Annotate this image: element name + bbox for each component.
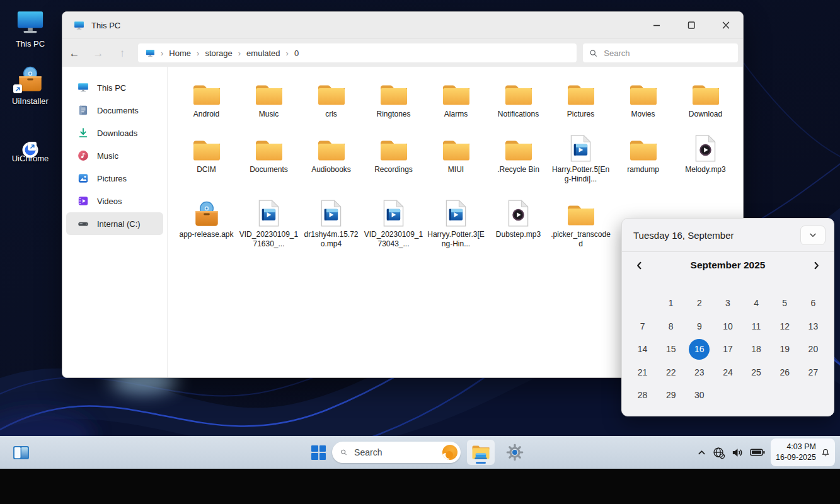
calendar-day[interactable]: 25 [742,361,771,384]
calendar-day[interactable]: 30 [685,384,713,407]
calendar-day[interactable]: 26 [771,361,799,384]
file-item[interactable]: ramdump [612,130,674,185]
calendar-day[interactable]: 2 [685,292,713,315]
calendar-day[interactable]: 5 [771,292,799,315]
calendar-day[interactable]: 6 [799,292,827,315]
bing-icon[interactable] [442,445,457,460]
file-item[interactable]: .Recycle Bin [487,130,549,185]
network-tray-button[interactable] [712,446,725,459]
calendar-day[interactable] [799,384,827,407]
sidebar-item[interactable]: Videos [66,190,163,212]
calendar-day[interactable]: 28 [628,384,657,407]
file-item[interactable]: Documents [238,130,300,185]
calendar-prev-button[interactable] [635,261,644,270]
file-item[interactable]: Download [674,74,737,120]
calendar-day[interactable]: 10 [713,315,742,338]
minimize-button[interactable] [639,12,674,38]
taskbar-search[interactable] [332,442,461,463]
window-search-input[interactable] [602,48,732,59]
maximize-button[interactable] [674,12,708,38]
calendar-day[interactable]: 4 [742,292,771,315]
calendar-day[interactable]: 3 [713,292,742,315]
file-item[interactable]: Notifications [487,74,549,120]
desktop-icon[interactable]: This PC [0,8,60,49]
file-explorer-taskbar-button[interactable] [467,440,495,465]
tray-expand-button[interactable] [697,448,706,457]
breadcrumb-item[interactable]: emulated [246,49,280,58]
calendar-day[interactable]: 24 [713,361,742,384]
file-item[interactable]: VID_20230109_171630_... [238,195,300,249]
calendar-day[interactable]: 20 [799,338,827,361]
file-item-label: Android [176,110,237,120]
sidebar-item[interactable]: Internal (C:) [66,212,163,235]
file-item[interactable]: VID_20230109_173043_... [362,195,425,249]
calendar-day[interactable] [742,384,771,407]
calendar-day[interactable]: 12 [771,315,799,338]
calendar-day[interactable]: 18 [742,338,771,361]
taskbar-search-input[interactable] [353,447,437,458]
calendar-day[interactable]: 22 [657,361,685,384]
sidebar-item[interactable]: Downloads [66,122,163,144]
window-search[interactable] [583,43,738,62]
file-item[interactable]: Movies [612,74,674,120]
file-item[interactable]: Harryy.Potter.3[Eng-Hin... [425,195,487,249]
calendar-day[interactable]: 9 [685,315,713,338]
file-item[interactable]: Audiobooks [300,130,362,185]
calendar-day[interactable] [628,292,657,315]
calendar-day[interactable]: 19 [771,338,799,361]
calendar-day[interactable]: 8 [657,315,685,338]
file-item[interactable]: Ringtones [362,74,425,120]
file-item[interactable]: Pictures [549,74,612,120]
breadcrumb-item[interactable]: 0 [294,49,299,58]
calendar-day[interactable] [771,384,799,407]
file-item[interactable]: Recordings [362,130,425,185]
sidebar-item[interactable]: Documents [66,99,163,122]
file-item-label: Audiobooks [301,165,362,175]
back-button[interactable]: ← [62,48,86,59]
sidebar-item[interactable]: This PC [66,76,163,99]
breadcrumb-item[interactable]: storage [205,49,232,58]
clock-flyout-button[interactable]: 4:03 PM 16-09-2025 [771,438,835,466]
calendar-next-button[interactable] [812,261,821,270]
file-item[interactable]: Harry.Potter.5[Eng-Hindi]... [549,130,612,185]
calendar-day[interactable]: 15 [657,338,685,361]
file-item[interactable]: Melody.mp3 [674,130,737,185]
file-item[interactable]: Android [175,74,238,120]
calendar-day[interactable]: 11 [742,315,771,338]
start-button[interactable] [311,445,326,460]
calendar-collapse-button[interactable] [800,226,826,245]
calendar-day[interactable]: 17 [713,338,742,361]
file-item[interactable]: MIUI [425,130,487,185]
volume-tray-button[interactable] [731,446,744,459]
calendar-day[interactable] [713,384,742,407]
forward-button[interactable]: → [86,48,110,59]
calendar-day[interactable]: 27 [799,361,827,384]
settings-taskbar-button[interactable] [501,440,529,465]
file-item[interactable]: Music [238,74,300,120]
breadcrumb-item[interactable]: Home [169,49,191,58]
file-item[interactable]: .picker_transcoded [549,195,612,249]
file-item[interactable]: Alarms [425,74,487,120]
widgets-button[interactable] [13,445,30,460]
desktop-icon[interactable]: UiChrome [0,122,60,163]
file-item[interactable]: crls [300,74,362,120]
file-item[interactable]: DCIM [175,130,238,185]
calendar-day[interactable]: 1 [657,292,685,315]
sidebar-item[interactable]: Music [66,144,163,167]
close-button[interactable] [708,12,743,38]
calendar-day[interactable]: 16 [685,338,713,361]
calendar-day[interactable]: 13 [799,315,827,338]
titlebar[interactable]: This PC [62,12,743,38]
file-item[interactable]: Dubstep.mp3 [487,195,549,249]
file-item[interactable]: dr1shy4m.15.72o.mp4 [300,195,362,249]
file-item[interactable]: app-release.apk [175,195,238,249]
sidebar-item[interactable]: Pictures [66,167,163,190]
desktop-icon[interactable]: UiInstaller [0,65,60,106]
up-button[interactable]: ↑ [110,48,134,59]
calendar-day[interactable]: 29 [657,384,685,407]
calendar-day[interactable]: 23 [685,361,713,384]
calendar-day[interactable]: 21 [628,361,657,384]
battery-tray-button[interactable] [750,449,765,456]
calendar-day[interactable]: 7 [628,315,657,338]
calendar-day[interactable]: 14 [628,338,657,361]
